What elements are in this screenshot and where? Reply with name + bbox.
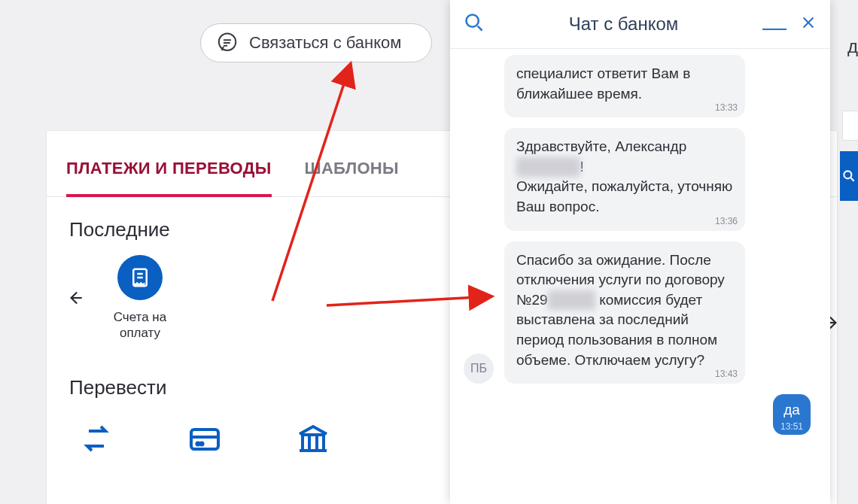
svg-point-10 xyxy=(196,442,199,445)
svg-point-19 xyxy=(844,171,851,178)
invoice-icon xyxy=(117,255,163,300)
chat-message-time: 13:36 xyxy=(715,215,738,228)
chat-title: Чат с банком xyxy=(485,14,762,35)
svg-line-20 xyxy=(851,178,854,181)
bg-sliver xyxy=(843,111,858,140)
chat-outgoing-text: да xyxy=(783,402,800,417)
close-button[interactable] xyxy=(800,14,817,34)
tab-payments[interactable]: ПЛАТЕЖИ И ПЕРЕВОДЫ xyxy=(66,136,272,196)
chat-search-button[interactable] xyxy=(464,12,485,36)
minimize-button[interactable]: — xyxy=(762,14,786,41)
transfer-card-icon[interactable] xyxy=(187,421,223,460)
cropped-text: д xyxy=(847,36,858,57)
chat-message-text: Здравствуйте, Александр xyxy=(516,138,686,154)
contact-bank-button[interactable]: Связаться с банком xyxy=(200,23,432,62)
search-stub-button[interactable] xyxy=(840,151,858,201)
prev-button[interactable] xyxy=(60,283,90,313)
transfer-exchange-icon[interactable] xyxy=(78,421,114,460)
svg-rect-8 xyxy=(191,430,218,449)
contact-bank-label: Связаться с банком xyxy=(249,33,401,53)
transfer-bank-icon[interactable] xyxy=(295,421,331,460)
svg-point-11 xyxy=(200,442,202,445)
tile-label: Счета на оплату xyxy=(114,309,166,342)
tab-templates[interactable]: ШАБЛОНЫ xyxy=(305,136,399,196)
chat-header: Чат с банком — xyxy=(450,0,830,49)
chat-message-text: ! xyxy=(580,159,584,175)
chat-message-time: 13:33 xyxy=(715,102,738,114)
redacted-text: ______ xyxy=(548,290,595,311)
tile-invoices[interactable]: Счета на оплату xyxy=(95,255,185,342)
chat-icon xyxy=(216,32,239,54)
redacted-text: ________ xyxy=(516,157,580,178)
svg-line-22 xyxy=(478,26,482,31)
chat-message: Здравствуйте, Александр ________! Ожидай… xyxy=(504,128,745,230)
svg-point-21 xyxy=(467,15,479,27)
svg-point-0 xyxy=(219,34,236,51)
chat-message-text: специалист ответит Вам в ближайшее время… xyxy=(516,65,690,102)
chat-outgoing-time: 13:51 xyxy=(780,421,803,432)
agent-avatar: ПБ xyxy=(464,354,494,384)
chat-message: специалист ответит Вам в ближайшее время… xyxy=(504,55,745,117)
chat-outgoing-message: да 13:51 xyxy=(773,394,811,435)
chat-message: Спасибо за ожидание. После отключения ус… xyxy=(504,241,745,384)
chat-body: специалист ответит Вам в ближайшее время… xyxy=(450,49,830,504)
chat-panel: Чат с банком — специалист ответит Вам в … xyxy=(450,0,830,504)
chat-message-time: 13:43 xyxy=(715,368,738,381)
chat-message-text: Ожидайте, пожалуйста, уточняю Ваш вопрос… xyxy=(516,178,732,214)
